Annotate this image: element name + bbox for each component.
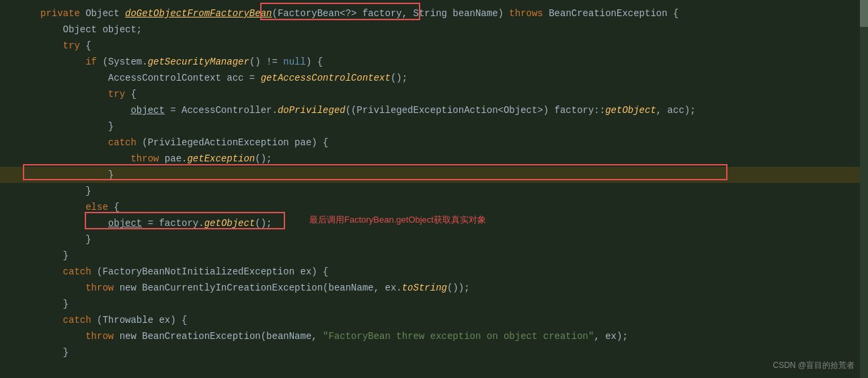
- code-line: }: [0, 118, 868, 135]
- code-line: catch (Throwable ex) {: [0, 312, 868, 328]
- code-line: private Object doGetObjectFromFactoryBea…: [0, 5, 868, 22]
- code-line: try {: [0, 86, 868, 102]
- watermark: CSDN @盲目的拾荒者: [773, 360, 855, 371]
- code-line: throw pae.getException();: [0, 151, 868, 167]
- code-line: Object object;: [0, 22, 868, 38]
- code-line: AccessControlContext acc = getAccessCont…: [0, 70, 868, 86]
- code-line: throw new BeanCurrentlyInCreationExcepti…: [0, 280, 868, 296]
- code-line: }: [0, 344, 868, 361]
- code-line: catch (PrivilegedActionException pae) {: [0, 135, 868, 151]
- code-line: }: [0, 248, 868, 264]
- code-line: }: [0, 167, 868, 183]
- code-line: }: [0, 231, 868, 248]
- scrollbar[interactable]: [860, 0, 868, 378]
- annotation-label: 最后调用FactoryBean.getObject获取真实对象: [309, 214, 486, 226]
- code-line: catch (FactoryBeanNotInitializedExceptio…: [0, 264, 868, 280]
- code-line: }: [0, 183, 868, 199]
- code-line: }: [0, 296, 868, 312]
- code-line: if (System.getSecurityManager() != null)…: [0, 54, 868, 70]
- code-line: object = AccessController.doPrivileged((…: [0, 102, 868, 118]
- code-line: throw new BeanCreationException(beanName…: [0, 328, 868, 344]
- code-line: else {: [0, 199, 868, 215]
- code-line: try {: [0, 38, 868, 54]
- scrollbar-thumb[interactable]: [860, 0, 868, 27]
- code-container: private Object doGetObjectFromFactoryBea…: [0, 0, 868, 378]
